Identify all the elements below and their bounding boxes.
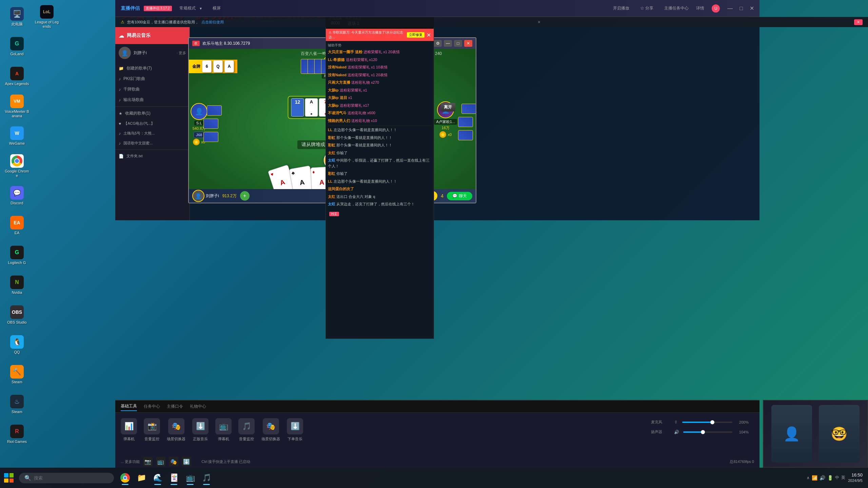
leave-button[interactable]: 离开 — [440, 103, 455, 111]
format-label[interactable]: 横屏 — [213, 5, 221, 11]
alert-action-btn[interactable]: 立即修复 — [407, 32, 425, 38]
add-chips-btn[interactable]: + — [240, 191, 250, 201]
playlist-item-sweet[interactable]: ♪ 国语歌中文甜蜜... — [115, 138, 190, 148]
speaker-slider-track[interactable] — [683, 431, 732, 433]
hand-card-a1-suit: ♥ — [270, 171, 274, 177]
notification-close-btn[interactable]: ✕ — [854, 19, 863, 25]
tool-volume[interactable]: 📸 音量监控 — [144, 418, 160, 450]
tool-scene2[interactable]: 🎭 场景切换器 — [261, 418, 280, 450]
taskbar-app-edge[interactable]: 🌊 — [150, 470, 165, 486]
tray-network-icon[interactable]: 📶 — [812, 475, 817, 481]
playlist-item-collected[interactable]: ★ 收藏的歌单(1) — [115, 108, 190, 119]
folder-icon: 📁 — [119, 66, 124, 71]
tray-time-display[interactable]: 16:50 2024/9/5 — [848, 472, 863, 484]
tool-music[interactable]: ⬇️ 正版音乐 — [192, 418, 209, 450]
maximize-btn[interactable]: □ — [739, 5, 743, 12]
mic-icon: 🎙 — [674, 420, 678, 425]
share-btn[interactable]: ☆ 分享 — [640, 5, 653, 11]
tool-music2[interactable]: ⬇️ 下单音乐 — [287, 418, 303, 450]
notification-link[interactable]: 点击前往使用 — [201, 20, 224, 25]
more-features-link[interactable]: ... 更多功能 — [121, 459, 140, 464]
chat-msg-4: 没有Naked 送粉彩荣耀礼 x1 20表情 — [328, 72, 432, 78]
detail-btn[interactable]: 详情 — [696, 5, 704, 11]
mic-slider-row: 麦克风 🎙 200% — [646, 418, 754, 426]
close-icon[interactable]: ✕ — [750, 5, 754, 12]
stream-mode-label[interactable]: 常规模式 — [179, 5, 196, 11]
desktop-icon-qq[interactable]: 🐧 QQ — [3, 331, 31, 359]
playlist-item-created[interactable]: 📁 创建的歌单(7) — [115, 63, 190, 74]
tray-battery-icon[interactable]: 🔋 — [827, 475, 833, 481]
desktop-icon-chrome[interactable]: Google Chrome — [3, 152, 31, 180]
tab-gifts[interactable]: 礼物中心 — [190, 402, 206, 411]
speaker-label: 扬声器 — [651, 429, 671, 434]
chat-btn[interactable]: 💬 聊天 — [447, 192, 472, 200]
bottom-tool4[interactable]: ⬇️ — [182, 457, 191, 466]
speaker-slider-thumb[interactable] — [701, 430, 705, 434]
playlist-item-qianpai[interactable]: ♪ 千牌歌曲 — [115, 84, 190, 95]
tray-volume-icon[interactable]: 🔊 — [820, 475, 825, 481]
music-user-avatar: 👤 — [119, 47, 131, 59]
playlist-item-file[interactable]: 📄 文件夹.txt — [115, 151, 190, 161]
desktop-icon-obs[interactable]: OBS OBS Studio — [3, 302, 31, 329]
search-input[interactable] — [34, 475, 95, 481]
desktop-icon-lol[interactable]: LoL League of Legends — [33, 3, 60, 30]
desktop-icon-steam[interactable]: ♨ Steam — [3, 391, 31, 418]
tool-scene[interactable]: 🎭 场景切换器 — [167, 418, 185, 450]
speaker-slider-fill — [683, 431, 703, 433]
desktop-icon-discord[interactable]: 💬 Discord — [3, 182, 31, 209]
chat-assistant-label: 辅助手势 — [328, 43, 432, 48]
game-window-title: 欢乐斗地主 8.30.106.7279 — [202, 41, 250, 46]
opp-right-card-1 — [461, 104, 476, 114]
music-more[interactable]: · 更多 — [177, 50, 186, 56]
desktop-icon-goland[interactable]: G GoLand — [3, 33, 31, 60]
tray-chevron-icon[interactable]: ∧ — [807, 475, 810, 480]
mic-slider-track[interactable] — [682, 422, 732, 423]
tab-tasks[interactable]: 任务中心 — [144, 402, 160, 411]
star-icon: ★ — [119, 111, 122, 116]
bottom-tool3[interactable]: 🎭 — [169, 457, 178, 466]
tool-danmu2[interactable]: 📺 弹幕机 — [215, 418, 232, 450]
game-settings-icon[interactable]: ⚙ — [434, 40, 442, 47]
game-maximize-btn[interactable]: □ — [454, 40, 462, 47]
desktop-icon-nvidia[interactable]: N Nvidia — [3, 272, 31, 299]
tab-main-portal[interactable]: 主播口令 — [167, 402, 183, 411]
bottom-tool2[interactable]: 📺 — [156, 457, 165, 466]
task-center[interactable]: 主播任务中心 — [664, 5, 689, 11]
start-button[interactable] — [0, 468, 18, 488]
music-note4-icon: ♪ — [119, 131, 121, 136]
playlist-item-pk[interactable]: ♪ PK综门歌曲 — [115, 74, 190, 84]
bottom-tool1[interactable]: 📷 — [143, 457, 153, 466]
playlist-item-bear[interactable]: ♪ 土嗨鸟5号：大熊... — [115, 128, 190, 138]
taskbar-app-chrome[interactable] — [117, 470, 133, 486]
music-user-row[interactable]: 👤 刘胖子i · 更多 — [115, 44, 190, 62]
playlist-item-output[interactable]: ♪ 输出场歌曲 — [115, 95, 190, 105]
minimize-btn[interactable]: — — [727, 5, 733, 12]
hand-card-a1-val: A — [279, 178, 286, 187]
game-minimize-btn[interactable]: — — [444, 40, 452, 47]
desktop-icon-computer[interactable]: 🖥️ 此电脑 — [3, 3, 31, 30]
open-broadcast[interactable]: 开启播放 — [613, 5, 629, 11]
desktop-icon-wegame[interactable]: W WeGame — [3, 123, 31, 150]
tool-vol2[interactable]: 🎵 音量监控 — [238, 418, 255, 450]
desktop-icon-apex[interactable]: A Apex Legends — [3, 63, 31, 90]
taskbar-search[interactable]: 🔍 — [19, 473, 114, 483]
taskbar-app-explorer[interactable]: 📁 — [134, 470, 149, 486]
game-close-btn[interactable]: ✕ — [464, 40, 472, 47]
tool-danmu[interactable]: 📊 弹幕机 — [121, 418, 137, 450]
notification-close[interactable]: × — [538, 19, 540, 25]
taskbar-app-game[interactable]: 🃏 — [166, 470, 182, 486]
taskbar-app-music[interactable]: 🎵 — [199, 470, 214, 486]
taskbar-app-stream[interactable]: 📺 — [182, 470, 198, 486]
desktop-icon-ea[interactable]: EA EA — [3, 212, 31, 239]
desktop-icon-blacksmith[interactable]: 🔨 Steam — [3, 361, 31, 388]
alert-close-icon[interactable]: ✕ — [427, 32, 431, 38]
playlist-item-acg[interactable]: ♥ 【ACG电台/汽...】 — [115, 119, 190, 128]
tab-basic-tools[interactable]: 基础工具 — [121, 402, 137, 411]
desktop-icon-riot[interactable]: R Riot Games — [3, 421, 31, 448]
platform-version: 直播伴侣 3.17.2 — [144, 6, 172, 11]
mic-slider-thumb[interactable] — [710, 420, 714, 424]
music-header: ☁ 网易云音乐 — [115, 27, 190, 44]
profile-avatar[interactable]: U — [712, 4, 720, 13]
desktop-icon-voicemeeter[interactable]: VM VoiceMeeter Banana — [3, 93, 31, 120]
desktop-icon-logitech[interactable]: G Logitech G — [3, 242, 31, 269]
